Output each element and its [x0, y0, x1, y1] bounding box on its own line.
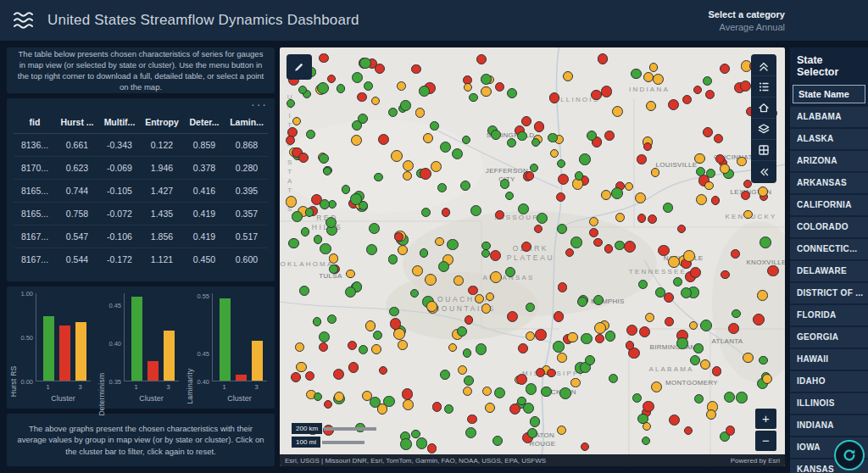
gauge-marker[interactable]: [604, 131, 615, 141]
gauge-marker[interactable]: [645, 313, 654, 322]
gauge-marker[interactable]: [651, 168, 660, 177]
gauge-marker[interactable]: [351, 135, 362, 146]
gauge-marker[interactable]: [690, 267, 701, 278]
gauge-marker[interactable]: [581, 442, 589, 451]
gauge-marker[interactable]: [494, 387, 505, 398]
gauge-marker[interactable]: [642, 437, 650, 445]
gauge-marker[interactable]: [565, 248, 574, 257]
gauge-marker[interactable]: [585, 355, 595, 365]
state-list-item[interactable]: DELAWARE: [790, 261, 868, 281]
gauge-marker[interactable]: [649, 63, 658, 71]
gauge-marker[interactable]: [762, 374, 772, 384]
gauge-marker[interactable]: [700, 320, 712, 331]
gauge-marker[interactable]: [743, 353, 754, 364]
gauge-marker[interactable]: [463, 348, 471, 357]
gauge-marker[interactable]: [728, 323, 739, 334]
cluster-bar[interactable]: [164, 331, 175, 381]
gauge-marker[interactable]: [758, 186, 768, 197]
gauge-marker[interactable]: [694, 153, 705, 164]
gauge-marker[interactable]: [416, 437, 428, 449]
gauge-marker[interactable]: [440, 142, 452, 153]
gauge-marker[interactable]: [624, 241, 636, 253]
gauge-marker[interactable]: [637, 214, 646, 222]
gauge-marker[interactable]: [345, 287, 356, 298]
gauge-marker[interactable]: [425, 274, 437, 286]
state-list-item[interactable]: ARKANSAS: [790, 173, 868, 193]
gauge-marker[interactable]: [663, 203, 673, 213]
gauge-marker[interactable]: [457, 326, 467, 337]
gauge-marker[interactable]: [593, 238, 603, 248]
gauge-marker[interactable]: [593, 295, 604, 305]
gauge-marker[interactable]: [485, 403, 495, 413]
gauge-marker[interactable]: [491, 130, 502, 141]
gauge-marker[interactable]: [453, 275, 464, 286]
gauge-marker[interactable]: [475, 294, 484, 303]
gauge-marker[interactable]: [419, 86, 430, 97]
gauge-marker[interactable]: [553, 341, 565, 353]
gauge-marker[interactable]: [346, 270, 355, 279]
gauge-marker[interactable]: [400, 438, 412, 450]
gauge-marker[interactable]: [653, 74, 664, 85]
state-list-item[interactable]: ILLINOIS: [790, 393, 868, 414]
gauge-marker[interactable]: [342, 185, 350, 193]
column-header[interactable]: Entropy: [141, 112, 183, 134]
gauge-marker[interactable]: [625, 182, 633, 191]
gauge-marker[interactable]: [364, 81, 373, 91]
gauge-marker[interactable]: [298, 153, 309, 163]
gauge-marker[interactable]: [389, 307, 399, 317]
gauge-marker[interactable]: [521, 116, 531, 126]
gauge-marker[interactable]: [333, 369, 344, 380]
gauge-marker[interactable]: [410, 289, 419, 298]
gauge-marker[interactable]: [481, 86, 492, 97]
gauge-marker[interactable]: [507, 138, 516, 147]
gauge-marker[interactable]: [403, 160, 414, 171]
home-icon[interactable]: [751, 97, 776, 119]
gauge-marker[interactable]: [704, 181, 714, 191]
gauge-marker[interactable]: [757, 290, 768, 301]
gauge-marker[interactable]: [393, 328, 405, 340]
gauge-marker[interactable]: [648, 214, 657, 224]
gauge-marker[interactable]: [469, 93, 478, 103]
gauge-marker[interactable]: [651, 381, 662, 392]
gauge-marker[interactable]: [507, 88, 517, 98]
gauge-marker[interactable]: [589, 228, 598, 237]
gauge-marker[interactable]: [481, 74, 492, 85]
gauge-marker[interactable]: [726, 426, 736, 436]
table-row[interactable]: 8167...0.547-0.1061.8560.4190.517: [14, 225, 268, 248]
gauge-marker[interactable]: [388, 254, 398, 264]
gauge-marker[interactable]: [362, 391, 372, 401]
gauge-marker[interactable]: [369, 223, 380, 234]
gauge-marker[interactable]: [534, 121, 545, 132]
gauge-marker[interactable]: [470, 205, 481, 216]
gauge-marker[interactable]: [431, 161, 442, 172]
gauge-marker[interactable]: [359, 345, 368, 354]
gauge-marker[interactable]: [323, 167, 331, 175]
gauge-marker[interactable]: [468, 286, 478, 296]
column-header[interactable]: Hurst ...: [56, 112, 98, 134]
gauge-marker[interactable]: [435, 237, 444, 247]
state-list-item[interactable]: CALIFORNIA: [790, 195, 868, 215]
gauge-marker[interactable]: [305, 371, 315, 381]
gauge-marker[interactable]: [426, 301, 437, 312]
gauge-marker[interactable]: [423, 133, 434, 144]
gauge-marker[interactable]: [518, 343, 528, 353]
gauge-marker[interactable]: [350, 193, 361, 204]
gauge-marker[interactable]: [541, 387, 551, 397]
state-list-item[interactable]: IDAHO: [790, 371, 868, 392]
gauge-marker[interactable]: [403, 171, 412, 181]
gauge-marker[interactable]: [465, 427, 477, 439]
gauge-marker[interactable]: [604, 244, 614, 253]
gauge-marker[interactable]: [737, 157, 747, 167]
gauge-marker[interactable]: [567, 332, 578, 343]
gauge-marker[interactable]: [458, 365, 467, 375]
gauge-marker[interactable]: [714, 134, 723, 143]
gauge-marker[interactable]: [526, 171, 534, 180]
gauge-marker[interactable]: [518, 203, 529, 214]
gauge-marker[interactable]: [492, 436, 503, 446]
gauge-marker[interactable]: [753, 314, 765, 326]
gauge-marker[interactable]: [547, 369, 556, 378]
gauge-marker[interactable]: [557, 224, 567, 234]
cluster-bar[interactable]: [59, 326, 70, 381]
gauge-marker[interactable]: [615, 241, 624, 250]
gauge-marker[interactable]: [558, 174, 569, 185]
